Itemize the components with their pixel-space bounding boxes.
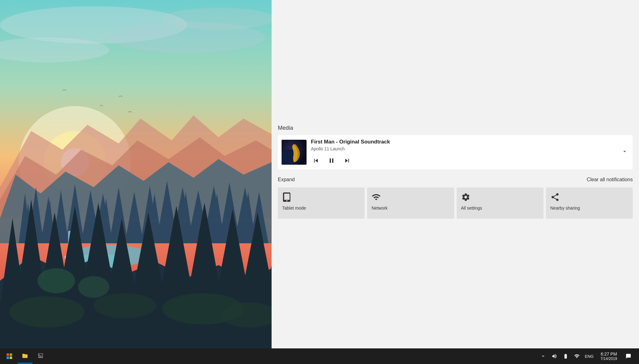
quick-actions-grid: Tablet mode Network All settings <box>278 187 633 219</box>
next-track-button[interactable] <box>342 156 352 166</box>
svg-point-4 <box>162 8 272 30</box>
system-tray: ENG 6:27 PM 7/14/2019 <box>538 349 637 364</box>
tablet-mode-tile[interactable]: Tablet mode <box>278 187 365 219</box>
svg-rect-64 <box>7 357 9 359</box>
svg-rect-63 <box>10 353 12 356</box>
media-section: Media <box>278 125 633 169</box>
svg-point-54 <box>94 293 156 318</box>
svg-point-53 <box>9 296 84 328</box>
network-icon <box>371 192 381 203</box>
svg-rect-65 <box>10 357 12 359</box>
media-label: Media <box>278 125 633 131</box>
all-settings-tile[interactable]: All settings <box>457 187 543 219</box>
desktop-wallpaper <box>0 0 272 348</box>
svg-point-57 <box>37 268 75 293</box>
language-indicator[interactable]: ENG <box>583 349 596 364</box>
track-title: First Man - Original Soundtrack <box>311 139 629 145</box>
taskbar-app-terminal[interactable] <box>33 349 48 364</box>
volume-icon[interactable] <box>549 349 559 364</box>
media-player: First Man - Original Soundtrack Apollo 1… <box>278 135 633 169</box>
clock-area[interactable]: 6:27 PM 7/14/2019 <box>597 349 621 364</box>
network-tile[interactable]: Network <box>367 187 454 219</box>
battery-icon[interactable] <box>561 349 571 364</box>
taskbar: ENG 6:27 PM 7/14/2019 <box>0 348 639 364</box>
album-art <box>282 140 307 165</box>
track-info: First Man - Original Soundtrack Apollo 1… <box>311 139 629 166</box>
taskbar-app-explorer[interactable] <box>17 349 32 364</box>
action-center-panel: Media <box>272 0 639 348</box>
tablet-mode-icon <box>282 192 292 203</box>
svg-rect-66 <box>40 356 41 356</box>
tray-network-icon[interactable] <box>572 349 582 364</box>
pause-button[interactable] <box>327 156 337 166</box>
start-button[interactable] <box>2 349 17 364</box>
nearby-sharing-icon <box>550 192 560 203</box>
prev-track-button[interactable] <box>311 156 321 166</box>
clock-time: 6:27 PM <box>601 352 617 357</box>
svg-rect-62 <box>7 353 9 356</box>
clock-date: 7/14/2019 <box>601 357 617 361</box>
show-hidden-icons-button[interactable] <box>538 349 548 364</box>
track-subtitle: Apollo 11 Launch <box>311 146 629 151</box>
tablet-mode-label: Tablet mode <box>282 206 306 211</box>
all-settings-label: All settings <box>461 206 482 211</box>
settings-icon <box>461 192 470 203</box>
notifications-bar: Expand Clear all notifications <box>278 177 633 182</box>
nearby-sharing-tile[interactable]: Nearby sharing <box>546 187 633 219</box>
clear-all-notifications-button[interactable]: Clear all notifications <box>587 177 633 182</box>
media-controls <box>311 156 629 166</box>
nearby-sharing-label: Nearby sharing <box>550 206 580 211</box>
media-expand-button[interactable] <box>622 148 628 156</box>
notifications-button[interactable] <box>622 349 635 364</box>
expand-notifications-button[interactable]: Expand <box>278 177 295 182</box>
svg-point-58 <box>78 276 109 298</box>
network-label: Network <box>371 206 387 211</box>
